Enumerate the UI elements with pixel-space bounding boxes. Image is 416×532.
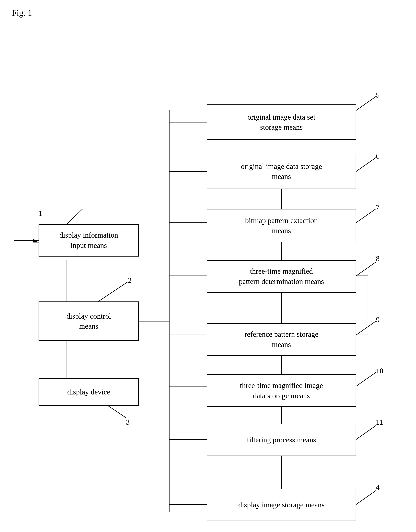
svg-line-30 <box>356 321 376 335</box>
bitmap-pattern-box: bitmap pattern extaction means <box>207 209 356 242</box>
label-8: 8 <box>376 254 380 263</box>
svg-line-32 <box>356 426 376 439</box>
three-time-pattern-label: three-time magnified pattern determinati… <box>239 266 324 286</box>
svg-line-28 <box>356 209 376 223</box>
label-5: 5 <box>376 91 380 99</box>
label-4: 4 <box>376 483 380 492</box>
label-10: 10 <box>376 366 383 375</box>
display-device-label: display device <box>67 387 110 397</box>
svg-line-4 <box>98 282 128 301</box>
filtering-process-label: filtering process means <box>247 435 316 445</box>
display-info-input-label: display information input means <box>59 230 118 250</box>
label-6: 6 <box>376 152 380 160</box>
reference-pattern-box: reference pattern storage means <box>207 323 356 356</box>
original-image-dataset-box: original image data set storage means <box>207 104 356 140</box>
reference-pattern-label: reference pattern storage means <box>244 329 318 350</box>
svg-line-31 <box>356 372 376 386</box>
svg-line-27 <box>356 158 376 171</box>
original-image-data-label: original image data storage means <box>241 161 322 182</box>
bitmap-pattern-label: bitmap pattern extaction means <box>245 216 318 236</box>
original-image-data-box: original image data storage means <box>207 154 356 189</box>
svg-line-6 <box>67 209 83 224</box>
svg-line-26 <box>356 97 376 110</box>
display-image-storage-box: display image storage means <box>207 489 356 521</box>
label-2: 2 <box>128 276 132 285</box>
display-image-storage-label: display image storage means <box>238 500 324 510</box>
label-1: 1 <box>38 209 42 217</box>
display-device-box: display device <box>38 378 139 406</box>
three-time-image-box: three-time magnified image data storage … <box>207 374 356 407</box>
label-3: 3 <box>126 418 130 426</box>
fig-label: Fig. 1 <box>12 8 32 18</box>
svg-line-29 <box>356 262 376 276</box>
label-11: 11 <box>376 418 383 426</box>
svg-line-33 <box>356 491 376 504</box>
display-control-label: display control means <box>66 311 111 331</box>
display-info-input-box: display information input means <box>38 224 139 256</box>
three-time-image-label: three-time magnified image data storage … <box>240 381 323 401</box>
label-7: 7 <box>376 203 380 212</box>
label-9: 9 <box>376 315 380 324</box>
three-time-pattern-box: three-time magnified pattern determinati… <box>207 260 356 293</box>
display-control-box: display control means <box>38 301 139 341</box>
filtering-process-box: filtering process means <box>207 424 356 456</box>
original-image-dataset-label: original image data set storage means <box>247 112 315 132</box>
